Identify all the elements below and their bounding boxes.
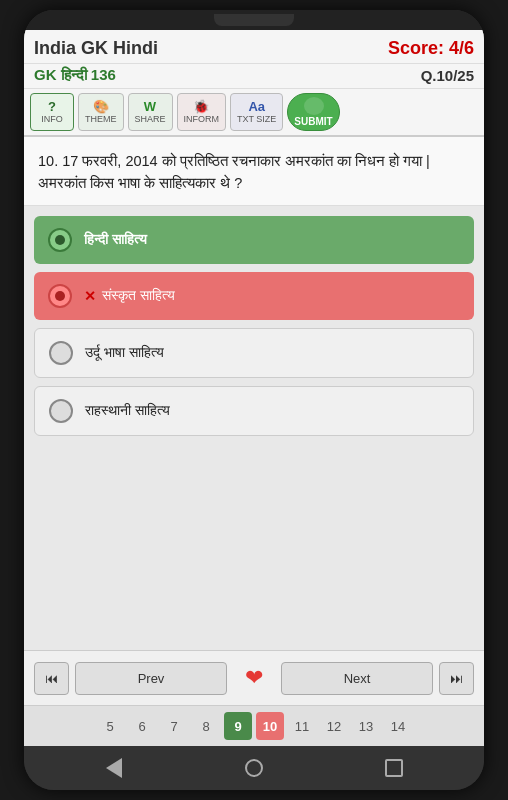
- header-title-bar: India GK Hindi Score: 4/6: [24, 30, 484, 64]
- bottom-nav-bar: [24, 746, 484, 790]
- next-label: Next: [344, 671, 371, 686]
- page-num-6[interactable]: 6: [128, 712, 156, 740]
- share-icon: W: [144, 100, 156, 113]
- question-text: 10. 17 फरवरी, 2014 को प्रतिष्ठित रचनाकार…: [38, 153, 430, 191]
- submit-label: SUBMIT: [294, 116, 332, 127]
- option-2[interactable]: ✕ संस्कृत साहित्य: [34, 272, 474, 320]
- score-display: Score: 4/6: [388, 38, 474, 59]
- back-icon: [106, 758, 122, 778]
- spacer: [34, 444, 474, 641]
- last-page-button[interactable]: ⏭: [439, 662, 474, 695]
- app-title: India GK Hindi: [34, 38, 158, 59]
- inform-button[interactable]: 🐞 INFORM: [177, 93, 227, 131]
- share-button[interactable]: W SHARE: [128, 93, 173, 131]
- theme-icon: 🎨: [93, 100, 109, 113]
- page-num-7[interactable]: 7: [160, 712, 188, 740]
- option-4-radio: [49, 399, 73, 423]
- app-container: India GK Hindi Score: 4/6 GK हिन्दी 136 …: [24, 30, 484, 746]
- header-subtitle-bar: GK हिन्दी 136 Q.10/25: [24, 64, 484, 89]
- gk-label: GK हिन्दी 136: [34, 66, 116, 84]
- phone-frame: India GK Hindi Score: 4/6 GK हिन्दी 136 …: [24, 10, 484, 790]
- page-num-5[interactable]: 5: [96, 712, 124, 740]
- home-icon: [245, 759, 263, 777]
- recents-icon: [385, 759, 403, 777]
- option-3[interactable]: उर्दू भाषा साहित्य: [34, 328, 474, 378]
- txtsize-label: TXT SIZE: [237, 114, 276, 124]
- theme-label: THEME: [85, 114, 117, 124]
- next-button[interactable]: Next: [281, 662, 433, 695]
- option-4[interactable]: राहस्थानी साहित्य: [34, 386, 474, 436]
- option-1[interactable]: हिन्दी साहित्य: [34, 216, 474, 264]
- prev-label: Prev: [138, 671, 165, 686]
- option-4-text: राहस्थानी साहित्य: [85, 402, 170, 419]
- option-2-radio-inner: [55, 291, 65, 301]
- last-page-icon: ⏭: [450, 671, 463, 686]
- option-3-radio-inner: [56, 348, 66, 358]
- page-num-11[interactable]: 11: [288, 712, 316, 740]
- page-num-12[interactable]: 12: [320, 712, 348, 740]
- status-notch: [214, 14, 294, 26]
- option-2-text: संस्कृत साहित्य: [102, 287, 175, 304]
- page-num-10[interactable]: 10: [256, 712, 284, 740]
- nav-bar: ⏮ Prev ❤ Next ⏭: [24, 650, 484, 705]
- submit-circle-icon: [304, 97, 324, 115]
- option-2-radio: [48, 284, 72, 308]
- ladybug-icon: 🐞: [193, 100, 209, 113]
- theme-button[interactable]: 🎨 THEME: [78, 93, 124, 131]
- first-page-button[interactable]: ⏮: [34, 662, 69, 695]
- home-nav-button[interactable]: [236, 750, 272, 786]
- page-numbers: 5 6 7 8 9 10 11 12 13 14: [24, 705, 484, 746]
- option-3-radio: [49, 341, 73, 365]
- option-1-radio: [48, 228, 72, 252]
- page-num-14[interactable]: 14: [384, 712, 412, 740]
- first-page-icon: ⏮: [45, 671, 58, 686]
- aa-icon: Aa: [248, 100, 265, 113]
- question-area: 10. 17 फरवरी, 2014 को प्रतिष्ठित रचनाकार…: [24, 137, 484, 206]
- options-area: हिन्दी साहित्य ✕ संस्कृत साहित्य उर्दू भ…: [24, 206, 484, 651]
- option-1-radio-inner: [55, 235, 65, 245]
- inform-label: INFORM: [184, 114, 220, 124]
- info-label: INFO: [41, 114, 63, 124]
- option-4-radio-inner: [56, 406, 66, 416]
- page-num-13[interactable]: 13: [352, 712, 380, 740]
- question-number: Q.10/25: [421, 67, 474, 84]
- favorite-button[interactable]: ❤: [233, 659, 275, 697]
- toolbar: ? INFO 🎨 THEME W SHARE 🐞 INFORM Aa TXT S…: [24, 89, 484, 137]
- info-button[interactable]: ? INFO: [30, 93, 74, 131]
- status-bar: [24, 10, 484, 30]
- option-3-text: उर्दू भाषा साहित्य: [85, 344, 164, 361]
- share-label: SHARE: [135, 114, 166, 124]
- option-1-text: हिन्दी साहित्य: [84, 231, 147, 248]
- submit-button[interactable]: SUBMIT: [287, 93, 339, 131]
- help-icon: ?: [48, 100, 56, 113]
- recents-nav-button[interactable]: [376, 750, 412, 786]
- back-nav-button[interactable]: [96, 750, 132, 786]
- prev-button[interactable]: Prev: [75, 662, 227, 695]
- page-num-8[interactable]: 8: [192, 712, 220, 740]
- heart-icon: ❤: [245, 665, 263, 691]
- txtsize-button[interactable]: Aa TXT SIZE: [230, 93, 283, 131]
- wrong-x-icon: ✕: [84, 288, 96, 304]
- page-num-9[interactable]: 9: [224, 712, 252, 740]
